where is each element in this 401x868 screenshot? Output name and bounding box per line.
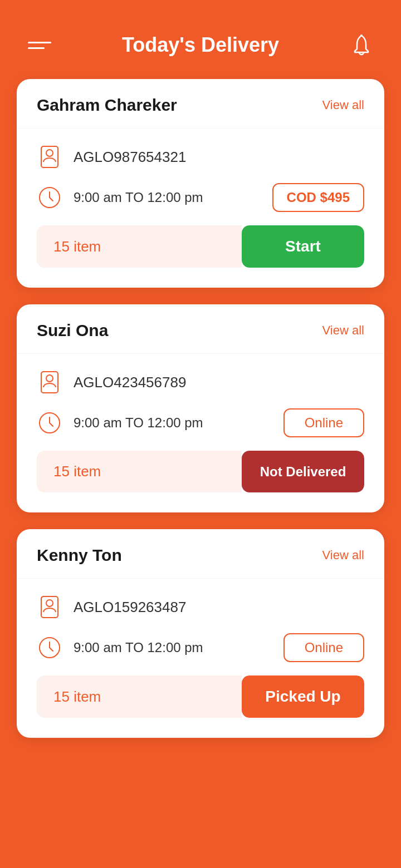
action-row-1: 15 item Start [37, 225, 364, 268]
items-count-2: 15 item [37, 451, 242, 492]
order-id-icon-1 [37, 144, 62, 170]
bottom-padding [17, 754, 384, 777]
action-row-2: 15 item Not Delivered [37, 451, 364, 492]
customer-name-1: Gahram Chareker [37, 96, 177, 115]
clock-icon-2 [37, 410, 62, 436]
items-count-1: 15 item [37, 225, 242, 268]
order-id-row-1: AGLO987654321 [37, 144, 364, 170]
svg-point-2 [46, 150, 53, 156]
svg-point-8 [46, 600, 53, 606]
order-id-3: AGLO159263487 [74, 599, 186, 616]
time-row-2: 9:00 am TO 12:00 pm Online [37, 408, 364, 437]
page-title: Today's Delivery [122, 33, 279, 57]
order-id-row-2: AGLO423456789 [37, 369, 364, 395]
online-badge-3: Online [283, 633, 364, 662]
card-1-header: Gahram Chareker View all [17, 79, 384, 129]
hamburger-icon[interactable] [28, 42, 51, 49]
time-slot-1: 9:00 am TO 12:00 pm [74, 190, 203, 205]
header: Today's Delivery [0, 0, 401, 79]
delivery-card-2: Suzi Ona View all AGLO423456789 [17, 304, 384, 512]
view-all-1[interactable]: View all [322, 98, 364, 112]
delivery-card-1: Gahram Chareker View all AGLO987654321 [17, 79, 384, 288]
order-id-icon-2 [37, 369, 62, 395]
svg-point-5 [46, 375, 53, 382]
time-row-3: 9:00 am TO 12:00 pm Online [37, 633, 364, 662]
svg-point-0 [360, 34, 363, 37]
not-delivered-button-2[interactable]: Not Delivered [242, 451, 364, 492]
card-1-body: AGLO987654321 9:00 am TO 12:00 pm COD $4… [17, 129, 384, 288]
clock-icon-3 [37, 635, 62, 660]
payment-badge-1: COD $495 [272, 183, 364, 212]
action-row-3: 15 item Picked Up [37, 675, 364, 718]
time-slot-2: 9:00 am TO 12:00 pm [74, 415, 203, 431]
main-content: Gahram Chareker View all AGLO987654321 [0, 79, 401, 777]
card-3-body: AGLO159263487 9:00 am TO 12:00 pm Online… [17, 579, 384, 738]
bell-icon[interactable] [350, 33, 373, 57]
card-2-body: AGLO423456789 9:00 am TO 12:00 pm Online… [17, 354, 384, 512]
card-2-header: Suzi Ona View all [17, 304, 384, 354]
order-id-row-3: AGLO159263487 [37, 594, 364, 620]
clock-icon-1 [37, 185, 62, 210]
delivery-card-3: Kenny Ton View all AGLO159263487 [17, 529, 384, 738]
order-id-icon-3 [37, 594, 62, 620]
customer-name-3: Kenny Ton [37, 546, 122, 565]
order-id-1: AGLO987654321 [74, 149, 186, 166]
time-row-1: 9:00 am TO 12:00 pm COD $495 [37, 183, 364, 212]
order-id-2: AGLO423456789 [74, 374, 186, 391]
items-count-3: 15 item [37, 675, 242, 718]
view-all-2[interactable]: View all [322, 323, 364, 338]
view-all-3[interactable]: View all [322, 548, 364, 563]
card-3-header: Kenny Ton View all [17, 529, 384, 579]
picked-up-button-3[interactable]: Picked Up [242, 675, 364, 718]
customer-name-2: Suzi Ona [37, 321, 108, 340]
online-badge-2: Online [283, 408, 364, 437]
start-button-1[interactable]: Start [242, 225, 364, 268]
time-slot-3: 9:00 am TO 12:00 pm [74, 640, 203, 655]
